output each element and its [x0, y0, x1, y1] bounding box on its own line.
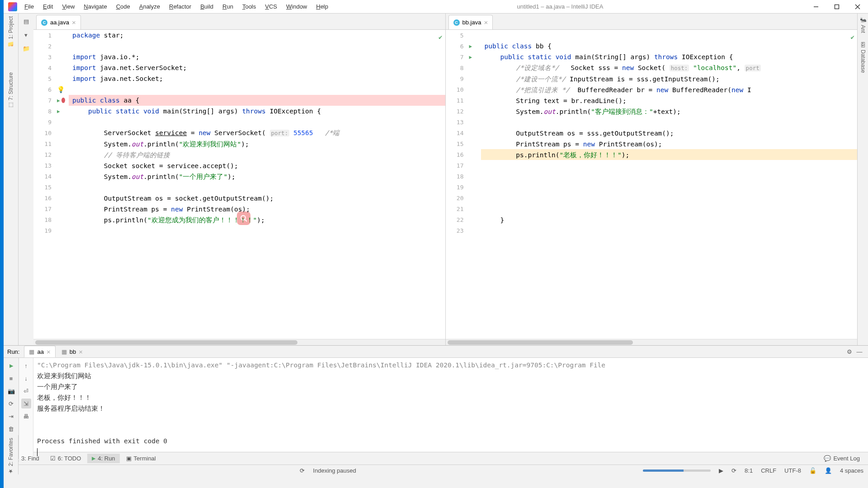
tab-bb[interactable]: C bb.java ×: [448, 15, 493, 29]
menu-navigate[interactable]: Navigate: [79, 1, 111, 12]
sync-icon[interactable]: ⟳: [731, 467, 736, 474]
project-tool[interactable]: 📁 1: Project: [8, 16, 14, 48]
line-number: 13: [446, 117, 467, 127]
line-number: 22: [446, 214, 467, 225]
settings-icon[interactable]: ⚙: [844, 347, 854, 357]
run-tab[interactable]: ▶ 4: Run: [87, 454, 119, 463]
close-button[interactable]: [847, 0, 868, 14]
menu-run[interactable]: Run: [218, 1, 238, 12]
inspector-icon[interactable]: 👤: [825, 467, 832, 474]
line-number: 18: [446, 171, 467, 182]
exit-icon[interactable]: ⇥: [6, 411, 16, 421]
line-separator[interactable]: CRLF: [761, 467, 776, 474]
hscroll-right[interactable]: [446, 339, 858, 345]
run-gutter-icon[interactable]: ▶: [57, 98, 60, 103]
folder-icon[interactable]: 📁: [21, 43, 31, 53]
run-header: Run: ▦ aa ×▦ bb × ⚙ —: [4, 346, 868, 358]
collapse-icon[interactable]: ▾: [21, 30, 31, 40]
layout-icon[interactable]: ⟳: [6, 399, 16, 408]
down-icon[interactable]: ↓: [21, 373, 31, 383]
menu-build[interactable]: Build: [196, 1, 218, 12]
run-config-tab-bb[interactable]: ▦ bb ×: [57, 346, 88, 357]
indent-setting[interactable]: 4 spaces: [840, 467, 863, 474]
cursor-position[interactable]: 8:1: [745, 467, 753, 474]
expand-icon[interactable]: ▤: [21, 16, 31, 26]
pause-icon[interactable]: ▶: [719, 467, 723, 474]
up-icon[interactable]: ↑: [21, 361, 31, 371]
run-gutter-icon[interactable]: ▶: [57, 108, 60, 114]
close-icon[interactable]: ×: [79, 348, 83, 356]
menu-view[interactable]: View: [57, 1, 79, 12]
project-gutter: ▤ ▾ 📁: [19, 14, 33, 345]
menu-help[interactable]: Help: [311, 1, 333, 12]
line-number: 14: [446, 127, 467, 138]
menu-file[interactable]: File: [20, 1, 38, 12]
close-icon[interactable]: ×: [47, 348, 51, 356]
line-number: 7: [33, 95, 55, 106]
line-number: 5: [33, 73, 55, 84]
workspace: 📁 1: Project ⬚ 7: Structure ▤ ▾ 📁 C aa.j…: [4, 14, 868, 345]
stop-icon[interactable]: ■: [6, 373, 16, 383]
line-number: 8: [446, 62, 467, 73]
code-area-left[interactable]: 12345678910111213141516171819 💡▶▶ packag…: [33, 30, 445, 339]
encoding[interactable]: UTF-8: [784, 467, 801, 474]
line-number: 16: [33, 192, 55, 203]
print-icon[interactable]: 🖶: [21, 411, 31, 421]
line-number: 16: [446, 149, 467, 160]
menu-window[interactable]: Window: [282, 1, 311, 12]
close-icon[interactable]: ×: [72, 19, 76, 26]
line-number: 15: [446, 138, 467, 149]
line-number: 12: [446, 106, 467, 117]
menu-vcs[interactable]: VCS: [260, 1, 282, 12]
line-number: 9: [33, 117, 55, 127]
window-title: untitled1 – aa.java – IntelliJ IDEA: [517, 3, 622, 10]
left-tool-strip: 📁 1: Project ⬚ 7: Structure: [4, 14, 19, 345]
progress-bar[interactable]: [643, 469, 711, 472]
line-number: 11: [446, 95, 467, 106]
run-label: Run:: [7, 348, 19, 355]
menu-analyze[interactable]: Analyze: [135, 1, 165, 12]
line-number: 15: [33, 182, 55, 192]
scroll-icon[interactable]: ⇲: [21, 399, 31, 408]
dump-icon[interactable]: 📷: [6, 386, 16, 396]
rerun-icon[interactable]: ▶: [6, 361, 16, 371]
line-number: 19: [33, 225, 55, 236]
tab-aa[interactable]: C aa.java ×: [36, 15, 81, 29]
run-gutter-icon[interactable]: ▶: [469, 43, 472, 49]
hscroll-left[interactable]: [33, 339, 445, 345]
ant-tool[interactable]: 🐜 Ant: [860, 16, 866, 33]
line-number: 11: [33, 138, 55, 149]
todo-tab[interactable]: ☑ 6: TODO: [46, 454, 86, 463]
run-gutter-icon[interactable]: ▶: [469, 54, 472, 60]
line-number: 3: [33, 52, 55, 62]
event-log-tab[interactable]: 💬 Event Log: [819, 454, 864, 463]
favorites-tool[interactable]: ★ 2: Favorites: [8, 438, 14, 474]
minimize-button[interactable]: [806, 0, 826, 14]
terminal-tab[interactable]: ▣ Terminal: [122, 454, 160, 463]
menu-edit[interactable]: Edit: [38, 1, 57, 12]
intention-bulb-icon[interactable]: 💡: [57, 86, 65, 93]
line-number: 9: [446, 73, 467, 84]
line-number: 1: [33, 30, 55, 41]
tab-label: bb.java: [462, 19, 481, 26]
minimize-panel-icon[interactable]: —: [854, 347, 864, 357]
code-area-right[interactable]: 567891011121314151617181920212223 ▶▶ pub…: [446, 30, 858, 339]
maximize-button[interactable]: [826, 0, 847, 14]
svg-rect-1: [835, 5, 839, 9]
database-tool[interactable]: 🗄 Database: [860, 42, 866, 73]
menu-code[interactable]: Code: [112, 1, 135, 12]
menu-refactor[interactable]: Refactor: [165, 1, 196, 12]
line-number: 18: [33, 214, 55, 225]
wrap-icon[interactable]: ⏎: [21, 386, 31, 396]
line-number: 5: [446, 30, 467, 41]
run-panel: Run: ▦ aa ×▦ bb × ⚙ — ▶ ■ 📷 ⟳ ⇥ 🗑 » ↑ ↓ …: [4, 345, 868, 452]
lock-icon[interactable]: 🔓: [809, 467, 816, 474]
line-number: 13: [33, 160, 55, 171]
breakpoint-icon[interactable]: [61, 98, 65, 103]
console-output[interactable]: "C:\Program Files\Java\jdk-15.0.1\bin\ja…: [33, 358, 868, 459]
delete-icon[interactable]: 🗑: [6, 424, 16, 434]
menu-tools[interactable]: Tools: [238, 1, 260, 12]
run-config-tab-aa[interactable]: ▦ aa ×: [24, 346, 55, 357]
close-icon[interactable]: ×: [484, 19, 488, 26]
structure-tool[interactable]: ⬚ 7: Structure: [8, 72, 14, 108]
